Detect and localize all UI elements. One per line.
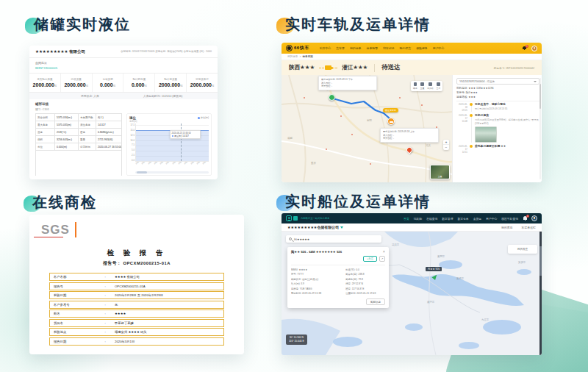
row-label-2: 有效器内数 [79,114,96,121]
scrollbar-thumb[interactable] [539,246,542,276]
report-field-label: 货品名 [50,321,96,325]
tank-stat: 预计提货量 2000.000吨 [155,74,187,92]
truck-position-label[interactable]: 园区★★★ [383,108,398,112]
waybill-select[interactable]: YSD20190917000004 - 待送达 [456,78,539,85]
user-avatar[interactable] [531,46,537,51]
row-value-2: 2721.963(吨) [96,138,121,141]
bl-tracking-link[interactable]: 车提单追踪 [522,226,536,229]
field-right: 纬度: 29°52.8′ N [345,282,385,287]
breadcrumb-current: 运单监控 [302,55,312,58]
map-control-button[interactable]: 工具箱 [427,82,433,90]
ship-nav-item[interactable]: 首页 [404,217,409,221]
field-left: 目的港: YUE YANG [291,287,345,292]
scrollbar-thumb[interactable] [539,84,541,109]
breadcrumb-parent[interactable]: 我的运单 [287,55,298,58]
ship-popup-title: 闽★★ 926 - 64M ★★★★★★★ 926 [291,250,373,254]
report-field-label: 客户名称 [50,275,96,279]
driver-info: 司机电话: ★★★ 158★★★1196 车牌号: 陕G★★★ 运输路线: ★★… [456,87,539,101]
truck-nav-item[interactable]: 保险服务 [416,46,428,50]
map-control-icon [420,82,424,86]
truck-marker[interactable] [387,118,395,125]
ship-nav-item[interactable]: 金货运 [473,217,481,221]
chart-scrollbar[interactable] [135,171,209,174]
ship-logo[interactable]: 为树脂行业一站式贴心服务 [286,215,330,221]
stat-value: 0.000 [100,82,113,87]
panel-scrollbar[interactable] [539,78,541,179]
field-left: 预达时间: 2019-05-29 15:38 [291,291,345,296]
truck-nav-item[interactable]: 预约提货 [400,46,412,50]
close-icon[interactable]: × [383,250,385,254]
ship-track-button[interactable]: 船舶轨迹 [366,298,385,305]
row-label-2: 记录时间 [79,143,96,150]
ship-nav-item[interactable]: 在线查询 [426,217,437,221]
stat-label: 预计损耗量 [132,78,146,81]
company-selector[interactable]: ★★★★★★★★★仓储有限公司 [287,225,343,229]
chart-ylabel: 高度(m) [129,120,209,123]
map-control-button[interactable]: 全景 [437,82,441,90]
tank-stat: 已收货量 2000.000吨 [61,74,93,92]
chart-plot-area[interactable]: 2020-06-25 15:34:00 液位(m): 14.327 [135,124,209,162]
report-field-value: 无 [115,303,223,307]
truck-section-title: 实时车轨及运单详情 [285,15,431,35]
tank-stat: 预计损耗量 0.000吨 [123,74,155,92]
ship-search-box[interactable]: 闽★★★★★ [286,235,381,243]
map-scrollbar[interactable] [539,232,542,355]
row-label-1: 温度 [36,129,55,135]
satellite-thumbnail[interactable]: 卫星 [430,165,450,179]
stat-label: 可提货库存 [196,78,209,81]
user-avatar[interactable] [531,215,537,221]
ship-field-row: 船舶状态: 在航(主机推动) 船迹向(度): 79.8 [291,277,385,282]
my-inventory-link[interactable]: 我的库存 [501,226,513,229]
tank-batch-number-link[interactable]: BHNT19000005 [35,66,212,70]
zoom-in-button[interactable]: + [443,140,449,145]
ship-section-title: 实时船位及运单详情 [285,192,431,212]
report-field-label: 检验日期 [50,293,96,297]
sgs-logo-orange-line [75,222,76,237]
ship-position-label[interactable]: 闽★★ 926 [426,267,442,271]
report-row: 报告日期 : 2020年3月1日 [49,337,224,346]
map-control-button[interactable]: 路况 [413,82,417,90]
chart-legend[interactable]: 液位(m) [198,116,209,120]
stat-value: 2000.000 [64,82,85,87]
report-row: 船名 : ★★★★ [49,310,224,318]
origin-marker[interactable] [329,94,335,101]
row-label-1: 安全容积 [36,114,55,121]
zoom-out-button[interactable]: − [443,145,449,150]
search-value: 闽★★★★★ [294,237,309,241]
share-icon[interactable]: ↗ [379,256,385,262]
map-city-label: 襄阳 [367,119,372,122]
my-follow-tab[interactable]: 我的关注 [508,245,537,254]
ship-nav-item[interactable]: 园区车船查询 [501,217,518,221]
ship-nav-item[interactable]: 数字管理 [442,217,453,221]
truck-nav-item[interactable]: 找车记录 [383,46,395,50]
truck-nav-item[interactable]: 我的运单 [350,46,362,50]
table-row: 温度 23.8(°C) 密度 0.8086(g/cm³) [36,129,121,136]
stat-unit: 吨 [113,85,115,87]
stat-unit: 吨 [144,85,146,87]
truck-map[interactable]: 西安 襄阳 武汉 重庆 成都 最后提货时间: 2019-09-11 下午 进入围… [282,75,452,182]
notification-bell-icon[interactable]: 1 [523,216,528,221]
map-control-button[interactable]: 卫星 [420,82,425,90]
ship-nav-item[interactable]: 数字仓单 [457,217,468,221]
xtick: 2020-06-24 16:55 [172,162,174,165]
sgs-logo-red-line [34,237,63,238]
follow-button[interactable]: +关注 [363,256,377,262]
truck-nav-item[interactable]: 运单预警 [366,46,378,50]
ship-panel: 为树脂行业一站式贴心服务 首页找船舶在线查询数字管理数字仓单金货运用户中心园区车… [282,213,542,355]
ytick: 7.5 [129,143,135,146]
route-truck-icon [319,65,337,70]
truck-nav-item[interactable]: 货车库 [336,46,345,50]
ship-map[interactable]: 武汉市 黄冈市 黄石市 咸宁市 九江市 安庆市 闽★★★★★ 闽★★ 926 -… [282,232,542,355]
row-label-2: 密度 [79,129,96,135]
ship-nav-item[interactable]: 用户中心 [486,217,497,221]
truck-logo[interactable]: 66快车 [286,45,309,51]
truck-nav-item[interactable]: 监控中心 [320,46,331,50]
truck-nav-item[interactable]: 用户中心 [433,46,445,50]
ship-nav-item[interactable]: 找船舶 [414,217,422,221]
pickup-photo[interactable] [475,126,497,143]
notification-bell-icon[interactable]: 1 [523,46,527,51]
map-city-label: 安庆市 [518,261,526,264]
row-value-2: 4(个) [96,116,121,119]
report-row: 检验地点 : 福建泉州 ★★★★ 码头 [49,328,224,336]
scrollbar-thumb[interactable] [137,171,147,174]
